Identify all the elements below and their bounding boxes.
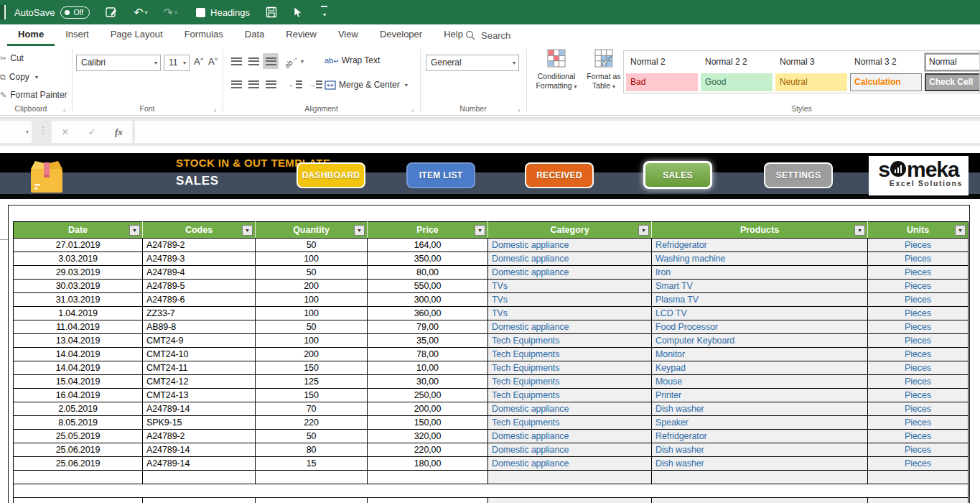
cell-quantity[interactable]: 100 bbox=[256, 252, 368, 266]
cell-category[interactable]: TVs bbox=[488, 307, 652, 320]
tab-developer[interactable]: Developer bbox=[369, 24, 433, 46]
cell-quantity[interactable] bbox=[256, 471, 368, 484]
someka-logo[interactable]: smeka Excel Solutions bbox=[869, 156, 969, 195]
cell-price[interactable]: 220,00 bbox=[368, 443, 488, 457]
cell-category[interactable]: Domestic appliance bbox=[488, 320, 652, 334]
save-icon[interactable] bbox=[266, 6, 277, 18]
cell-date[interactable] bbox=[14, 471, 143, 484]
cell-units[interactable]: Pieces bbox=[868, 280, 969, 293]
cell-products[interactable]: Printer bbox=[652, 389, 868, 402]
cell-category[interactable]: Domestic appliance bbox=[488, 430, 652, 443]
number-dialog-launcher[interactable] bbox=[517, 106, 523, 112]
cell-category[interactable]: Tech Equipments bbox=[488, 375, 652, 389]
cell-style-check-cell[interactable]: Check Cell bbox=[925, 73, 980, 91]
font-dialog-launcher[interactable] bbox=[213, 106, 220, 112]
cell-quantity[interactable]: 125 bbox=[256, 375, 368, 389]
undo-button[interactable]: ↶▾ bbox=[134, 6, 147, 19]
font-size-select[interactable]: 11▾ bbox=[164, 55, 190, 71]
cell-products[interactable]: Smart TV bbox=[652, 280, 868, 293]
cell-category[interactable]: Domestic appliance bbox=[488, 457, 652, 471]
align-left-button[interactable] bbox=[228, 76, 244, 92]
customize-toolbar-icon[interactable]: ▾ bbox=[320, 6, 329, 19]
cell-quantity[interactable]: 100 bbox=[256, 307, 368, 320]
middle-align-button[interactable] bbox=[246, 53, 261, 69]
cell-products[interactable]: Refridgerator bbox=[652, 239, 868, 252]
cell-codes[interactable]: A24789-2 bbox=[143, 239, 256, 252]
cell-quantity[interactable]: 150 bbox=[256, 389, 368, 402]
cell-quantity[interactable]: 80 bbox=[256, 443, 368, 457]
nav-button-settings[interactable]: SETTINGS bbox=[764, 162, 833, 188]
cell-category[interactable]: TVs bbox=[488, 293, 652, 307]
cell-codes[interactable] bbox=[143, 471, 256, 484]
cell-units[interactable]: Pieces bbox=[868, 266, 969, 280]
cell-price[interactable]: 300,00 bbox=[368, 293, 488, 307]
cell-price[interactable]: 550,00 bbox=[368, 280, 488, 293]
cell-category[interactable]: Domestic appliance bbox=[488, 266, 652, 280]
cell-price[interactable]: 35,00 bbox=[368, 334, 488, 348]
nav-button-item-list[interactable]: ITEM LIST bbox=[406, 162, 475, 188]
cell-products[interactable]: Iron bbox=[652, 266, 868, 280]
cell-date[interactable]: 31.03.2019 bbox=[14, 293, 143, 307]
grow-font-button[interactable]: A˄ bbox=[194, 56, 203, 67]
cell-date[interactable]: 13.04.2019 bbox=[14, 334, 143, 348]
cell-category[interactable] bbox=[488, 498, 652, 503]
cell-category[interactable]: Tech Equipments bbox=[488, 389, 652, 402]
cell-style-normal-2[interactable]: Normal 2 bbox=[626, 53, 698, 71]
cell-style-neutral[interactable]: Neutral bbox=[775, 73, 847, 91]
confirm-entry-button[interactable]: ✓ bbox=[88, 126, 96, 137]
cell-codes[interactable]: A24789-14 bbox=[143, 457, 256, 471]
redo-button[interactable]: ↷▾ bbox=[164, 6, 177, 19]
cell-units[interactable]: Pieces bbox=[868, 443, 969, 457]
decrease-indent-button[interactable]: ← bbox=[287, 76, 303, 92]
cell-date[interactable]: 1.04.2019 bbox=[14, 307, 143, 320]
cell-codes[interactable]: CMT24-12 bbox=[143, 375, 256, 389]
cell-products[interactable] bbox=[652, 498, 868, 503]
bottom-align-button[interactable] bbox=[263, 53, 279, 69]
cell-products[interactable]: Washing machine bbox=[652, 252, 868, 266]
autosave-toggle[interactable]: Off bbox=[60, 6, 90, 19]
cell-style-normal-3[interactable]: Normal 3 bbox=[775, 53, 847, 71]
filter-button-codes[interactable]: ▼ bbox=[242, 225, 253, 236]
tab-home[interactable]: Home bbox=[7, 24, 55, 46]
name-box[interactable]: ▾ bbox=[0, 121, 32, 143]
cut-button[interactable]: ✂ Cut bbox=[0, 53, 24, 63]
cell-date[interactable]: 8.05.2019 bbox=[14, 416, 143, 430]
cell-units[interactable]: Pieces bbox=[868, 307, 969, 320]
cell-date[interactable]: 14.04.2019 bbox=[14, 348, 143, 361]
cell-price[interactable]: 78,00 bbox=[368, 348, 488, 361]
filter-button-category[interactable]: ▼ bbox=[638, 225, 649, 236]
cell-quantity[interactable]: 50 bbox=[256, 430, 368, 443]
cell-products[interactable]: Speaker bbox=[652, 416, 868, 430]
filter-button-date[interactable]: ▼ bbox=[129, 225, 140, 236]
cell-date[interactable] bbox=[14, 498, 143, 503]
cell-price[interactable]: 79,00 bbox=[368, 320, 488, 334]
cell-units[interactable]: Pieces bbox=[868, 430, 969, 443]
cell-date[interactable]: 25.05.2019 bbox=[14, 430, 143, 443]
cell-codes[interactable] bbox=[143, 498, 256, 503]
cursor-icon[interactable] bbox=[293, 6, 303, 19]
alignment-dialog-launcher[interactable] bbox=[411, 106, 417, 112]
filter-button-units[interactable]: ▼ bbox=[955, 225, 966, 236]
cell-quantity[interactable]: 50 bbox=[256, 320, 368, 334]
tab-data[interactable]: Data bbox=[234, 24, 275, 46]
copy-button[interactable]: ⧉ Copy▾ bbox=[0, 72, 38, 82]
cell-codes[interactable]: CMT24-10 bbox=[143, 348, 256, 361]
cell-category[interactable]: Domestic appliance bbox=[488, 443, 652, 457]
search-box[interactable]: Search bbox=[465, 24, 510, 46]
cell-category[interactable]: Domestic appliance bbox=[488, 402, 652, 416]
cell-units[interactable]: Pieces bbox=[868, 416, 969, 430]
cell-codes[interactable]: A24789-3 bbox=[143, 252, 256, 266]
cell-codes[interactable]: ZZ33-7 bbox=[143, 307, 256, 320]
cell-products[interactable]: Dish washer bbox=[652, 457, 868, 471]
cell-style-normal[interactable]: Normal bbox=[925, 53, 980, 71]
cell-units[interactable] bbox=[868, 471, 969, 484]
cell-price[interactable]: 30,00 bbox=[368, 375, 488, 389]
cell-codes[interactable]: A24789-14 bbox=[143, 402, 256, 416]
align-right-button[interactable] bbox=[263, 76, 279, 92]
cell-style-bad[interactable]: Bad bbox=[626, 73, 698, 91]
cell-quantity[interactable]: 100 bbox=[256, 334, 368, 348]
cancel-entry-button[interactable]: ✕ bbox=[61, 126, 69, 137]
cell-price[interactable]: 320,00 bbox=[368, 430, 488, 443]
cell-quantity[interactable]: 50 bbox=[256, 266, 368, 280]
cell-codes[interactable]: A24789-5 bbox=[143, 280, 256, 293]
